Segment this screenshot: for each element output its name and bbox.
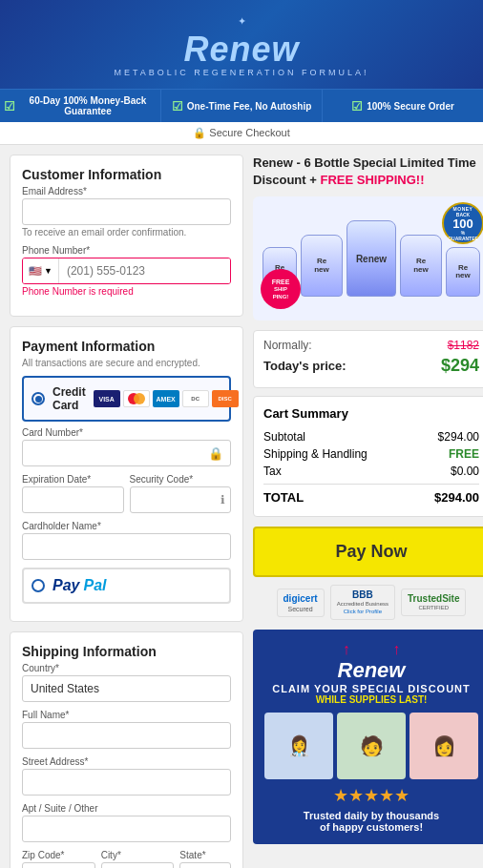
bottle-4: Renew: [400, 235, 442, 297]
card-icons: VISA AMEX DC DISC: [94, 390, 239, 407]
apt-group: Apt / Suite / Other: [22, 803, 231, 842]
header: ✦ Renew METABOLIC REGENERATION FORMULA! …: [0, 0, 483, 145]
cart-subtotal-row: Subtotal $294.00: [263, 428, 479, 445]
expiry-label: Expiration Date*: [22, 474, 124, 485]
testimonial-doctor: 👩‍⚕️: [264, 713, 333, 779]
fullname-group: Full Name*: [22, 710, 231, 749]
email-input[interactable]: [22, 198, 231, 225]
cardholder-input[interactable]: [22, 533, 231, 560]
today-row: Today's price: $294: [263, 356, 479, 376]
shipping-info-section: Shipping Information Country* United Sta…: [10, 631, 243, 868]
card-lock-icon: 🔒: [208, 446, 223, 461]
email-label: Email Address*: [22, 186, 231, 196]
product-title-area: Renew - 6 Bottle Special Limited Time Di…: [253, 155, 483, 189]
phone-error: Phone Number is required: [22, 286, 231, 297]
card-number-label: Card Number*: [22, 427, 231, 438]
promo-arrows: ↑ ↑: [264, 641, 478, 658]
zip-group: Zip Code*: [22, 850, 95, 868]
check-icon: ☑: [4, 99, 15, 114]
credit-card-option[interactable]: Credit Card VISA AMEX DC DISC: [22, 376, 231, 422]
free-shipping-text: FREE SHIPPING!!: [320, 173, 424, 187]
state-group: State*: [179, 850, 231, 868]
check-icon: ☑: [172, 99, 183, 114]
promo-logo: Renew: [264, 658, 478, 683]
cardholder-group: Cardholder Name*: [22, 521, 231, 560]
trust-secure: ☑ 100% Secure Order: [323, 90, 483, 122]
phone-wrapper: 🇺🇸 ▼: [22, 258, 231, 284]
security-group: Security Code* ℹ: [130, 474, 232, 513]
product-title: Renew - 6 Bottle Special Limited Time Di…: [253, 155, 476, 187]
mastercard-icon: [123, 390, 150, 407]
pay-now-button[interactable]: Pay Now: [253, 527, 483, 577]
visa-icon: VISA: [94, 390, 120, 407]
paypal-logo: PayPal: [52, 577, 106, 594]
trusted-text: Trusted daily by thousandsof happy custo…: [264, 810, 478, 833]
zip-input[interactable]: [22, 862, 95, 868]
paypal-option[interactable]: PayPal: [22, 568, 231, 604]
apt-label: Apt / Suite / Other: [22, 803, 231, 814]
trustedsite-logo: TrustedSite CERTIFIED: [401, 589, 466, 616]
guarantee-badge: MONEY BACK 100 % GUARANTEE: [442, 202, 483, 244]
card-number-group: Card Number* 🔒: [22, 427, 231, 466]
expiry-input[interactable]: [22, 486, 124, 513]
digicert-logo: digicert Secured: [277, 589, 325, 617]
payment-section-subtitle: All transactions are secure and encrypte…: [22, 358, 231, 368]
pricing-area: Normally: $1182 Today's price: $294: [253, 330, 483, 388]
cart-shipping-row: Shipping & Handling FREE: [263, 445, 479, 463]
phone-input[interactable]: [59, 258, 230, 283]
normally-row: Normally: $1182: [263, 339, 479, 352]
state-label: State*: [179, 850, 231, 860]
city-label: City*: [101, 850, 175, 860]
fullname-label: Full Name*: [22, 710, 231, 720]
check-icon: ☑: [351, 99, 363, 114]
svg-point-1: [134, 393, 145, 404]
header-banner: ✦ Renew METABOLIC REGENERATION FORMULA!: [0, 0, 483, 89]
country-label: Country*: [22, 663, 231, 673]
testimonial-woman: 👩: [410, 713, 478, 779]
security-input[interactable]: [130, 486, 232, 513]
street-input[interactable]: [22, 769, 231, 796]
product-image-area: Renew Renew Renew Renew Renew MONEY BACK…: [253, 196, 483, 320]
city-input[interactable]: [101, 862, 175, 868]
fullname-input[interactable]: [22, 722, 231, 749]
zip-label: Zip Code*: [22, 850, 95, 860]
expiry-group: Expiration Date*: [22, 474, 124, 513]
promo-banner: ↑ ↑ Renew CLAIM YOUR SPECIAL DISCOUNT WH…: [253, 630, 483, 844]
today-label: Today's price:: [263, 359, 346, 373]
bottle-3: Renew: [346, 220, 396, 297]
credit-card-radio[interactable]: [32, 392, 45, 405]
cart-summary-title: Cart Summary: [263, 406, 479, 421]
phone-flag: 🇺🇸 ▼: [23, 258, 59, 283]
expiry-security-row: Expiration Date* Security Code* ℹ: [22, 474, 231, 521]
testimonial-images: 👩‍⚕️ 🧑 👩: [264, 713, 478, 779]
country-select[interactable]: United States: [22, 675, 231, 702]
brand-tagline: METABOLIC REGENERATION FORMULA!: [19, 68, 464, 77]
card-number-wrapper: 🔒: [22, 440, 231, 466]
city-group: City*: [101, 850, 175, 868]
diners-icon: DC: [182, 390, 209, 407]
apt-input[interactable]: [22, 816, 231, 842]
email-group: Email Address* To receive an email order…: [22, 186, 231, 238]
shipping-section-title: Shipping Information: [22, 644, 231, 659]
email-hint: To receive an email order confirmation.: [22, 227, 231, 238]
main-layout: Customer Information Email Address* To r…: [0, 145, 483, 868]
state-input[interactable]: [179, 862, 231, 868]
credit-card-label: Credit Card: [52, 385, 86, 412]
amex-icon: AMEX: [153, 390, 179, 407]
bottle-5: Renew: [446, 247, 480, 297]
bbb-logo: BBB Accredited Business Click for Profil…: [330, 585, 395, 620]
promo-text1: CLAIM YOUR SPECIAL DISCOUNT: [264, 683, 478, 694]
trust-bar: ☑ 60-Day 100% Money-Back Guarantee ☑ One…: [0, 89, 483, 122]
normally-price: $1182: [448, 339, 479, 352]
paypal-radio[interactable]: [32, 579, 45, 592]
phone-label: Phone Number*: [22, 245, 231, 256]
country-group: Country* United States: [22, 663, 231, 702]
security-wrapper: ℹ: [130, 486, 232, 513]
trust-onetime: ☑ One-Time Fee, No Autoship: [161, 90, 323, 122]
phone-group: Phone Number* 🇺🇸 ▼ Phone Number is requi…: [22, 245, 231, 297]
today-price: $294: [441, 356, 479, 376]
customer-section-title: Customer Information: [22, 167, 231, 182]
card-number-input[interactable]: [22, 440, 231, 466]
star-rating: ★★★★★: [264, 785, 478, 806]
secure-checkout-bar: 🔒 Secure Checkout: [0, 122, 483, 145]
